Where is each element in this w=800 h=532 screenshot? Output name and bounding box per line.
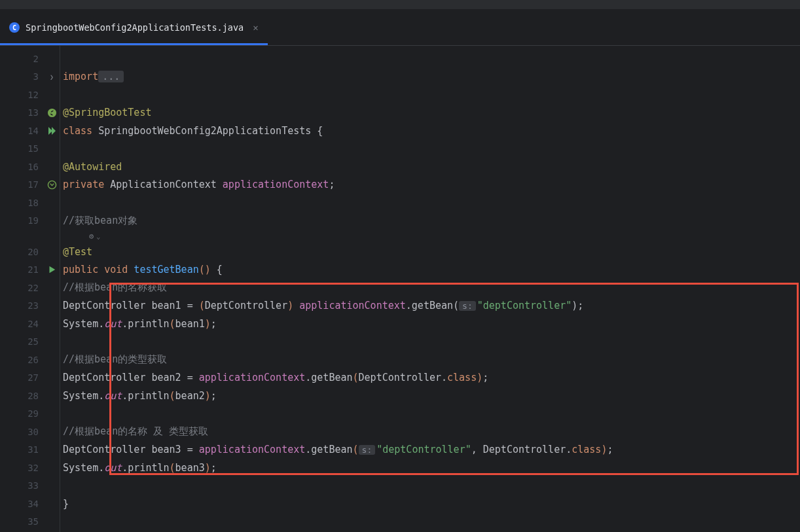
- semi: ;: [211, 318, 217, 330]
- semi: ;: [211, 462, 217, 474]
- arg: bean3: [175, 462, 205, 474]
- line-number: 22: [27, 283, 39, 293]
- paren: (: [170, 390, 175, 402]
- spring-bean-icon[interactable]: [46, 107, 57, 118]
- type: ApplicationContext: [104, 179, 223, 190]
- line-number: 2: [33, 54, 39, 64]
- print: .println: [122, 318, 169, 330]
- semi: ;: [482, 372, 488, 383]
- class-name: SpringbootWebConfig2ApplicationTests: [92, 125, 317, 137]
- brace: }: [63, 498, 69, 510]
- annotation: @Test: [63, 246, 92, 258]
- field: applicationContext: [199, 444, 306, 455]
- paren: (: [353, 372, 359, 383]
- paren: (: [353, 444, 359, 455]
- keyword: import: [63, 71, 98, 82]
- dot: .: [406, 300, 412, 311]
- line-number: 34: [27, 499, 39, 509]
- code-area[interactable]: import ... @SpringBootTest class Springb…: [60, 46, 800, 532]
- field: applicationContext: [199, 372, 306, 383]
- line-number: 33: [27, 480, 39, 491]
- brace: {: [211, 264, 223, 275]
- paren: ): [205, 390, 211, 402]
- var: bean3 =: [151, 444, 198, 455]
- out: out: [104, 390, 122, 402]
- line-number: 19: [27, 215, 39, 226]
- paren: (: [170, 462, 175, 474]
- cast-type: DeptController: [205, 300, 287, 311]
- keyword: private: [63, 179, 104, 190]
- line-number: 28: [27, 391, 39, 401]
- gutter: 2 3❯ 12 13 14 15 16 17 18 19 20 21 22 23…: [0, 46, 60, 532]
- semicolon: ;: [329, 179, 335, 190]
- class-kw: class: [572, 444, 601, 455]
- semi: ;: [211, 390, 217, 402]
- end: );: [572, 300, 583, 311]
- field: applicationContext: [223, 179, 329, 190]
- folded-imports[interactable]: ...: [98, 71, 124, 82]
- sys: System.: [63, 462, 104, 474]
- line-number: 32: [27, 463, 39, 473]
- line-number: 29: [27, 408, 39, 419]
- line-number: 14: [27, 126, 39, 136]
- arg: DeptController.: [359, 372, 447, 383]
- keyword: public: [63, 264, 98, 275]
- comment: //根据bean的名称 及 类型获取: [63, 425, 208, 438]
- line-number: 26: [27, 355, 39, 365]
- line-number: 13: [27, 107, 39, 118]
- string: "deptController": [477, 300, 572, 311]
- run-class-icon[interactable]: [46, 126, 57, 136]
- var: bean1 =: [151, 300, 198, 311]
- editor: 2 3❯ 12 13 14 15 16 17 18 19 20 21 22 23…: [0, 46, 800, 532]
- out: out: [104, 462, 122, 474]
- fold-icon[interactable]: ❯: [46, 71, 57, 82]
- line-number: 17: [27, 179, 39, 190]
- inlay-gear-icon[interactable]: ⚙: [89, 232, 94, 241]
- class-file-icon: C: [9, 22, 20, 33]
- line-number: 25: [27, 336, 39, 347]
- autowired-nav-icon[interactable]: [46, 179, 57, 190]
- main-toolbar: [0, 0, 800, 10]
- comment: //获取bean对象: [63, 215, 137, 227]
- field: applicationContext: [293, 300, 406, 311]
- line-number: 31: [27, 444, 39, 455]
- line-number: 20: [27, 247, 39, 257]
- paren: ): [601, 444, 607, 455]
- sys: System.: [63, 318, 104, 330]
- paren: (): [199, 264, 211, 275]
- type: DeptController: [63, 444, 151, 455]
- line-number: 21: [27, 264, 39, 275]
- param-hint: s:: [359, 445, 376, 455]
- paren: ): [205, 318, 211, 330]
- type: DeptController: [63, 372, 151, 383]
- line-number: 35: [27, 516, 39, 527]
- string: "deptController": [376, 444, 471, 455]
- brace: {: [317, 125, 323, 137]
- line-number: 16: [27, 162, 39, 172]
- method-call: getBean(: [412, 300, 459, 311]
- keyword: class: [63, 125, 92, 137]
- run-test-icon[interactable]: [46, 264, 57, 275]
- type: DeptController: [63, 300, 151, 311]
- paren: ): [477, 372, 482, 383]
- print: .println: [122, 462, 169, 474]
- chevron-down-icon[interactable]: ⌄: [96, 233, 100, 240]
- line-number: 24: [27, 319, 39, 329]
- line-number: 3: [33, 71, 39, 82]
- print: .println: [122, 390, 169, 402]
- comment: //根据bean的名称获取: [63, 281, 167, 294]
- var: bean2 =: [151, 372, 198, 383]
- file-tab[interactable]: C SpringbootWebConfig2ApplicationTests.j…: [0, 10, 268, 45]
- paren: ): [205, 462, 211, 474]
- sys: System.: [63, 390, 104, 402]
- comma-arg: , DeptController.: [471, 444, 572, 455]
- line-number: 30: [27, 427, 39, 437]
- tab-label: SpringbootWebConfig2ApplicationTests.jav…: [26, 22, 244, 33]
- annotation: @SpringBootTest: [63, 107, 151, 118]
- arg: bean1: [175, 318, 205, 330]
- paren: (: [199, 300, 205, 311]
- close-tab-icon[interactable]: ✕: [253, 22, 258, 33]
- call: getBean: [311, 372, 352, 383]
- param-hint: s:: [459, 301, 476, 311]
- editor-tab-bar: C SpringbootWebConfig2ApplicationTests.j…: [0, 10, 800, 46]
